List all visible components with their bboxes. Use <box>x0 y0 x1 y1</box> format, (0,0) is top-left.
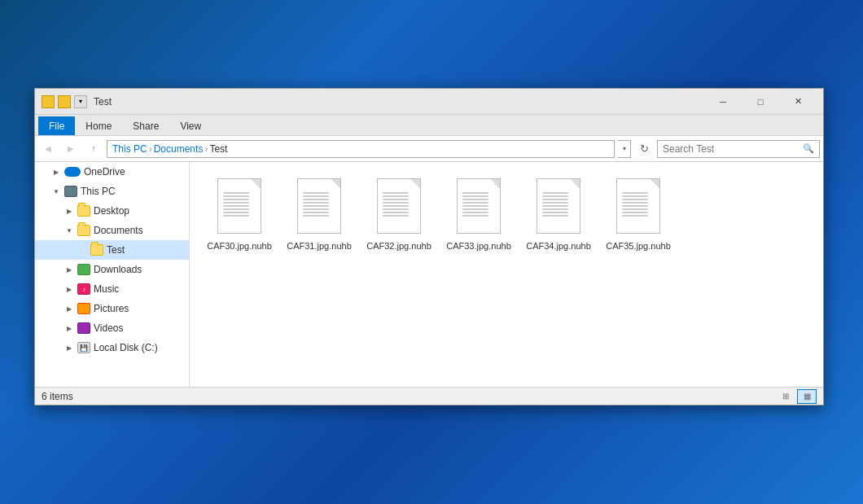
sidebar-label: Documents <box>94 225 143 236</box>
file-line <box>462 202 488 204</box>
sidebar-item-desktop[interactable]: ▶ Desktop <box>35 201 189 221</box>
expand-arrow: ▼ <box>64 226 74 235</box>
file-line <box>223 192 249 194</box>
file-line <box>462 192 488 194</box>
file-line <box>303 212 329 213</box>
back-button[interactable]: ◀ <box>38 139 58 159</box>
close-button[interactable]: ✕ <box>779 89 817 115</box>
file-line <box>303 192 329 194</box>
view-buttons: ⊞ ▦ <box>776 389 817 404</box>
file-icon <box>534 178 583 237</box>
maximize-button[interactable]: □ <box>742 89 779 115</box>
sidebar-item-pictures[interactable]: ▶ Pictures <box>35 299 189 318</box>
file-item[interactable]: CAF30.jpg.nuhb <box>203 175 276 255</box>
minimize-button[interactable]: ─ <box>704 89 742 115</box>
expand-arrow: ▶ <box>64 284 74 294</box>
downloads-icon <box>77 264 90 275</box>
file-line <box>303 202 329 204</box>
folder-icon <box>77 225 90 236</box>
file-item[interactable]: CAF34.jpg.nuhb <box>522 175 595 255</box>
file-label: CAF32.jpg.nuhb <box>366 240 432 252</box>
file-line <box>223 202 249 204</box>
file-line <box>542 215 568 217</box>
file-explorer-window: ▾ Test ─ □ ✕ File Home Share View ◀ ▶ ↑ … <box>34 88 824 405</box>
sidebar-item-onedrive[interactable]: ▶ OneDrive <box>35 162 189 182</box>
pictures-icon <box>77 303 90 314</box>
sidebar-item-thispc[interactable]: ▼ This PC <box>35 182 189 201</box>
file-line <box>542 195 568 197</box>
sidebar-item-test[interactable]: Test <box>35 240 189 260</box>
file-line <box>303 199 329 200</box>
tile-view-button[interactable]: ▦ <box>797 389 817 404</box>
refresh-button[interactable]: ↻ <box>634 139 654 159</box>
file-line <box>622 192 648 194</box>
path-segment-1[interactable]: This PC <box>112 143 147 155</box>
sidebar-item-downloads[interactable]: ▶ Downloads <box>35 260 189 279</box>
address-path[interactable]: This PC › Documents › Test <box>107 140 615 158</box>
file-line <box>542 212 568 213</box>
path-sep-1: › <box>149 143 152 155</box>
sidebar-label: Pictures <box>94 303 129 314</box>
sidebar-item-localdisk[interactable]: ▶ 💾 Local Disk (C:) <box>35 338 189 357</box>
sidebar-item-documents[interactable]: ▼ Documents <box>35 221 189 240</box>
search-box[interactable]: 🔍 <box>657 140 820 158</box>
expand-arrow: ▶ <box>64 265 74 274</box>
file-line <box>542 205 568 207</box>
address-dropdown[interactable]: ▾ <box>618 140 631 158</box>
title-icon-1 <box>42 95 55 108</box>
list-view-button[interactable]: ⊞ <box>776 389 795 404</box>
file-line <box>223 212 249 213</box>
file-label: CAF31.jpg.nuhb <box>287 240 352 252</box>
file-line <box>383 199 409 200</box>
file-line <box>462 195 488 197</box>
forward-button[interactable]: ▶ <box>61 139 81 159</box>
videos-icon <box>77 322 90 334</box>
file-line <box>223 215 249 217</box>
search-input[interactable] <box>663 143 803 155</box>
file-icon <box>614 178 663 237</box>
up-button[interactable]: ↑ <box>84 139 103 159</box>
file-item[interactable]: CAF33.jpg.nuhb <box>442 175 515 255</box>
file-line <box>303 215 329 217</box>
tab-file[interactable]: File <box>38 116 75 135</box>
path-segment-2[interactable]: Documents <box>154 143 204 155</box>
file-line <box>622 208 648 210</box>
expand-arrow <box>77 245 87 255</box>
file-item[interactable]: CAF35.jpg.nuhb <box>602 175 675 255</box>
file-item[interactable]: CAF31.jpg.nuhb <box>283 175 356 255</box>
search-icon: 🔍 <box>803 143 814 154</box>
file-lines <box>542 192 568 217</box>
file-line <box>303 195 329 197</box>
sidebar-item-music[interactable]: ▶ ♪ Music <box>35 279 189 299</box>
file-line <box>542 208 568 210</box>
file-icon <box>215 178 264 237</box>
tab-view[interactable]: View <box>169 116 212 135</box>
file-line <box>622 199 648 200</box>
file-line <box>462 199 488 200</box>
file-line <box>462 205 488 207</box>
window-controls: ─ □ ✕ <box>704 89 817 115</box>
title-icon-3: ▾ <box>74 95 87 108</box>
sidebar-item-videos[interactable]: ▶ Videos <box>35 318 189 338</box>
file-line <box>462 215 488 217</box>
file-label: CAF30.jpg.nuhb <box>207 240 272 252</box>
address-bar: ◀ ▶ ↑ This PC › Documents › Test ▾ ↻ 🔍 <box>35 136 823 162</box>
file-lines <box>223 192 249 217</box>
sidebar-label: Downloads <box>94 264 142 275</box>
file-line <box>383 215 409 217</box>
title-icon-2 <box>58 95 71 108</box>
path-sep-2: › <box>204 143 208 155</box>
tab-home[interactable]: Home <box>75 116 122 135</box>
file-line <box>622 212 648 213</box>
drive-icon: 💾 <box>77 342 90 353</box>
tab-share[interactable]: Share <box>122 116 169 135</box>
file-line <box>542 192 568 194</box>
file-label: CAF34.jpg.nuhb <box>526 240 591 252</box>
expand-arrow: ▶ <box>64 206 74 216</box>
expand-arrow: ▶ <box>64 323 74 333</box>
file-line <box>383 202 409 204</box>
file-icon <box>295 178 344 237</box>
file-line <box>383 208 409 210</box>
sidebar-label: This PC <box>81 186 116 197</box>
file-item[interactable]: CAF32.jpg.nuhb <box>362 175 436 255</box>
